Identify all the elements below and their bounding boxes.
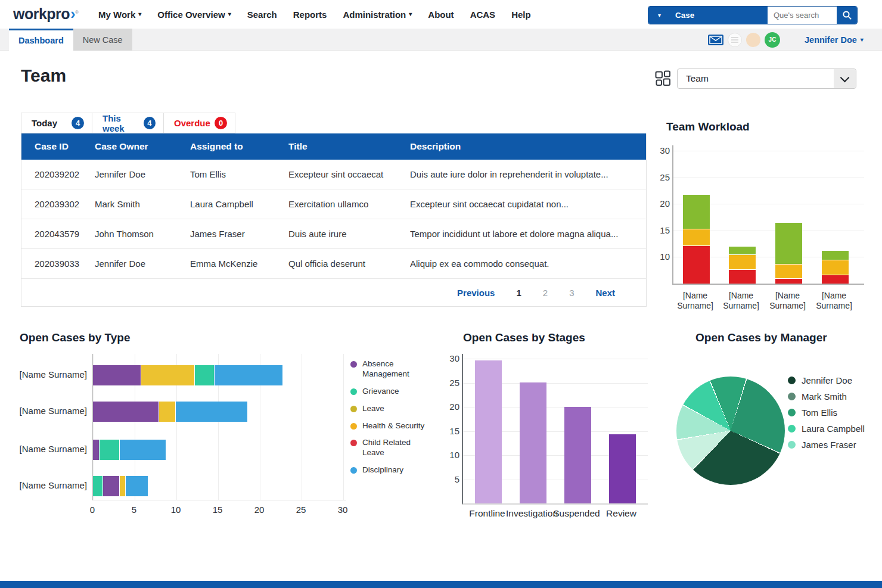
table-row[interactable]: 202039033Jennifer DoeEmma McKenzieQul of… [21,249,646,279]
x-tick-label: 10 [167,505,185,515]
nav-item-acas[interactable]: ACAS [470,10,496,20]
x-tick-label: 5 [125,505,143,515]
stacked-bar [93,402,247,422]
table-cell: Emma McKenzie [190,259,288,269]
type-chart-legend: Absence ManagementGrievanceLeaveHealth &… [350,359,429,475]
nav-item-label: Administration [343,10,406,20]
page-button-3[interactable]: 3 [569,288,574,298]
bar-segment [729,247,756,254]
next-page-button[interactable]: Next [595,288,615,298]
search-button[interactable] [837,7,857,24]
x-tick-label: [Name Surname] [764,291,812,311]
count-badge: 4 [144,117,156,129]
legend-item: Jennifer Doe [788,375,865,385]
legend-dot [350,388,357,395]
stacked-bar [93,476,148,496]
legend-label: Health & Security [362,421,429,431]
bar-segment [126,476,148,496]
legend-label: Jennifer Doe [802,375,852,385]
legend-item: James Fraser [788,440,865,450]
legend-dot [350,361,357,368]
x-tick-label: [Name Surname] [810,291,858,311]
bar-segment [141,365,195,385]
mail-icon[interactable] [708,34,723,46]
y-tick-label: 10 [654,251,670,262]
bar-segment [120,440,166,460]
table-cell: John Thomson [95,229,190,239]
tab-this-week[interactable]: This week4 [92,113,164,133]
chevron-down-icon: ▾ [658,13,661,18]
tab-dashboard[interactable]: Dashboard [9,29,73,51]
page-title: Team [21,66,66,86]
workpro-logo[interactable]: workpro›® [13,5,78,23]
bar-segment [822,260,849,275]
nav-item-administration[interactable]: Administration▾ [343,10,412,20]
chevron-down-icon: ▾ [138,11,141,17]
top-bar: workpro›® My Work▾Office Overview▾Search… [0,0,882,29]
avatar[interactable]: JC [765,32,780,48]
legend-item: Health & Security [350,421,429,431]
dashboard-selector[interactable]: Team [677,69,856,89]
y-tick-label: 20 [654,198,670,209]
table-row[interactable]: 202039202Jennifer DoeTom EllisExcepteur … [21,160,646,189]
status-circle-icon[interactable] [746,33,760,47]
bar-segment [729,254,756,269]
legend-item: Grievance [350,387,429,397]
nav-item-about[interactable]: About [428,10,454,20]
queue-tab-label: This week [103,113,144,133]
user-menu[interactable]: Jennifer Doe▾ [805,35,864,45]
dashboard-grid-icon[interactable] [655,70,671,86]
previous-page-button[interactable]: Previous [457,288,495,298]
table-cell: Excepteur sint occaecat [288,169,410,179]
stacked-bar [93,440,166,460]
column-header: Assigned to [190,141,288,152]
column-header: Title [288,141,410,152]
column-header: Description [410,141,646,152]
search-scope-dropdown[interactable]: ▾ Case [648,7,768,24]
tab-today[interactable]: Today4 [21,113,92,133]
chart-title: Team Workload [666,120,750,133]
table-row[interactable]: 202043579John ThomsonJames FraserDuis au… [21,219,646,249]
menu-circle-icon[interactable] [728,33,742,47]
nav-item-my-work[interactable]: My Work▾ [98,10,141,20]
page-button-1[interactable]: 1 [516,288,521,298]
user-name-label: Jennifer Doe [805,35,857,45]
gridline [673,151,864,151]
registered-mark: ® [75,10,78,15]
bar-segment [159,402,176,422]
bar-segment [822,251,849,260]
bar-segment [100,440,120,460]
table-cell: 202043579 [35,229,95,239]
x-tick-label: Review [589,508,654,519]
legend-item: Laura Campbell [788,424,865,434]
tab-overdue[interactable]: Overdue0 [164,113,235,133]
x-tick-label: 25 [292,505,310,515]
nav-item-help[interactable]: Help [511,10,531,20]
table-cell: Jennifer Doe [95,169,190,179]
page-button-2[interactable]: 2 [543,288,548,298]
stacked-bar [93,365,282,385]
workspace-bar: DashboardNew Case JC Jennifer Doe▾ [0,29,882,51]
nav-item-label: My Work [98,10,135,20]
table-cell: Mark Smith [95,199,190,209]
stacked-bar [729,247,756,284]
table-cell: Exercitation ullamco [288,199,410,209]
gridline [302,354,302,500]
chevron-down-icon [834,69,856,88]
search-input[interactable] [768,7,837,24]
stages-chart-plot [462,354,648,505]
gridline [463,359,648,359]
x-tick-label: [Name Surname] [672,291,719,311]
category-label: [Name Surname] [12,444,87,454]
legend-item: Child Related Leave [350,438,429,458]
logo-text: workpro [13,5,70,22]
table-row[interactable]: 202039302Mark SmithLaura CampbellExercit… [21,189,646,219]
nav-item-reports[interactable]: Reports [293,10,327,20]
pagination: Previous123Next [21,279,646,306]
tab-new-case[interactable]: New Case [73,29,132,51]
x-tick-label: 30 [334,505,352,515]
nav-item-office-overview[interactable]: Office Overview▾ [157,10,231,20]
search-scope-label: Case [675,11,694,20]
nav-item-search[interactable]: Search [247,10,277,20]
x-tick-label: 0 [83,505,101,515]
